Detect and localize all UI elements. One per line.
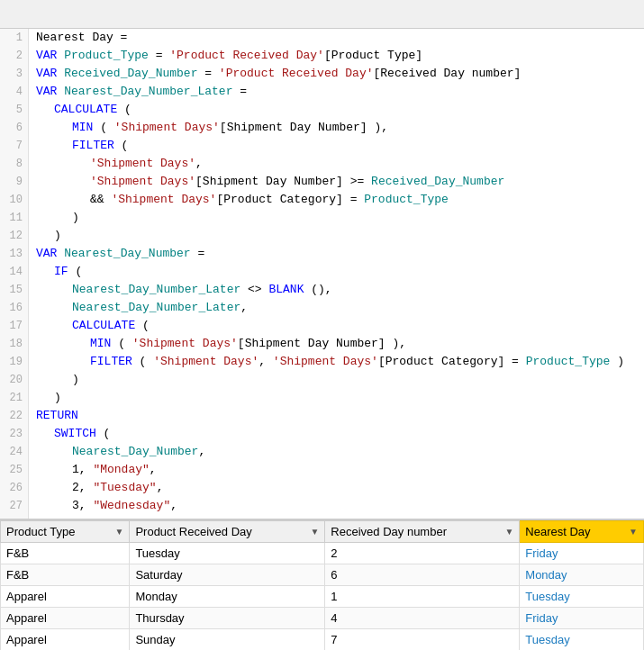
col-header-nearest_day[interactable]: Nearest Day▼	[520, 521, 644, 543]
line-number: 14	[0, 263, 28, 281]
filter-icon[interactable]: ▼	[629, 527, 638, 537]
code-line: )	[29, 227, 644, 245]
code-line: 3, "Wednesday",	[29, 497, 644, 515]
token-plain: )	[610, 355, 624, 368]
token-kw: CALCULATE	[54, 103, 117, 116]
token-kw: IF	[54, 265, 68, 278]
line-number: 19	[0, 353, 28, 371]
line-number: 23	[0, 425, 28, 443]
col-label-product_received_day: Product Received Day	[135, 525, 251, 538]
token-plain: (	[114, 139, 129, 152]
token-plain: &&	[90, 193, 111, 206]
token-plain: ,	[170, 499, 177, 512]
code-line: MIN ( 'Shipment Days'[Shipment Day Numbe…	[29, 335, 644, 353]
token-str: 'Shipment Days'	[114, 121, 220, 134]
code-line: 2, "Tuesday",	[29, 479, 644, 497]
token-plain: Received Day number	[380, 67, 513, 80]
token-ref: Nearest_Day_Number	[64, 247, 190, 260]
cancel-button[interactable]	[7, 5, 25, 23]
line-number: 15	[0, 281, 28, 299]
cell-nearest_day: Monday	[520, 564, 644, 586]
table-row: ApparelSunday7Tuesday	[1, 629, 644, 651]
code-line: RETURN	[29, 407, 644, 425]
cell-product_type: F&B	[1, 543, 130, 564]
token-plain: (	[68, 265, 83, 278]
token-plain: ,	[240, 301, 248, 314]
token-kw: RETURN	[36, 409, 78, 422]
col-label-product_type: Product Type	[6, 525, 75, 538]
token-ref: Nearest_Day_Number	[72, 445, 198, 458]
token-plain: [Product Category] =	[216, 193, 364, 206]
code-content[interactable]: Nearest Day =VAR Product_Type = 'Product…	[29, 29, 644, 519]
cell-received_day_number: 1	[325, 586, 520, 608]
cell-product_received_day: Saturday	[130, 564, 325, 586]
cell-product_received_day: Monday	[130, 586, 325, 608]
cell-product_received_day: Sunday	[130, 629, 325, 651]
token-plain: (),	[304, 283, 331, 296]
token-plain: =	[232, 85, 247, 98]
code-line: Nearest Day =	[29, 29, 644, 47]
cell-nearest_day: Tuesday	[520, 586, 644, 608]
cell-received_day_number: 6	[325, 564, 520, 586]
code-line: VAR Received_Day_Number = 'Product Recei…	[29, 65, 644, 83]
token-plain: [Product Category] =	[378, 355, 526, 368]
code-line: VAR Product_Type = 'Product Received Day…	[29, 47, 644, 65]
table-row: ApparelMonday1Tuesday	[1, 586, 644, 608]
token-plain: (	[132, 355, 153, 368]
cell-product_type: Apparel	[1, 608, 130, 629]
token-ref: Received_Day_Number	[371, 175, 504, 188]
cell-nearest_day: Tuesday	[520, 629, 644, 651]
token-ref: Product_Type	[526, 355, 611, 368]
code-line: CALCULATE (	[29, 101, 644, 119]
code-editor: 1234567891011121314151617181920212223242…	[0, 29, 644, 520]
confirm-button[interactable]	[32, 5, 50, 23]
line-number: 5	[0, 101, 28, 119]
line-number: 13	[0, 245, 28, 263]
col-header-product_type[interactable]: Product Type▼	[1, 521, 130, 543]
token-plain: ,	[150, 463, 157, 476]
line-number: 26	[0, 479, 28, 497]
line-numbers: 1234567891011121314151617181920212223242…	[0, 29, 29, 519]
line-number: 8	[0, 155, 28, 173]
token-plain: 2,	[72, 481, 93, 494]
line-number: 1	[0, 29, 28, 47]
toolbar	[0, 0, 644, 29]
filter-icon[interactable]: ▼	[310, 527, 319, 537]
token-kw: CALCULATE	[72, 319, 135, 332]
code-line: )	[29, 209, 644, 227]
col-header-received_day_number[interactable]: Received Day number▼	[325, 521, 520, 543]
token-plain: (	[93, 121, 113, 134]
code-line: )	[29, 371, 644, 389]
line-number: 4	[0, 83, 28, 101]
code-line: )	[29, 389, 644, 407]
cell-received_day_number: 7	[325, 629, 520, 651]
filter-icon[interactable]: ▼	[504, 527, 513, 537]
token-plain: ,	[259, 355, 273, 368]
token-ref: Nearest_Day_Number_Later	[72, 283, 240, 296]
line-number: 3	[0, 65, 28, 83]
filter-icon[interactable]: ▼	[115, 527, 124, 537]
token-str: "Wednesday"	[93, 499, 170, 512]
token-plain: =	[191, 247, 205, 260]
token-plain: (	[117, 103, 132, 116]
token-plain: [Shipment Day Number] ),	[220, 121, 388, 134]
line-number: 22	[0, 407, 28, 425]
line-number: 27	[0, 497, 28, 515]
token-plain: )	[54, 229, 61, 242]
token-plain: )	[54, 391, 61, 404]
token-ref: Nearest_Day_Number_Later	[64, 85, 232, 98]
token-ref: Product_Type	[364, 193, 449, 206]
token-plain: )	[72, 373, 79, 386]
line-number: 18	[0, 335, 28, 353]
code-line: Nearest_Day_Number_Later,	[29, 299, 644, 317]
token-kw: VAR	[36, 85, 57, 98]
line-number: 7	[0, 137, 28, 155]
col-header-product_received_day[interactable]: Product Received Day▼	[130, 521, 325, 543]
token-plain: Product Type	[331, 49, 416, 62]
cell-nearest_day: Friday	[520, 543, 644, 564]
token-str: 'Shipment Days'	[111, 193, 216, 206]
col-label-received_day_number: Received Day number	[331, 525, 447, 538]
line-number: 10	[0, 191, 28, 209]
code-line: FILTER (	[29, 137, 644, 155]
cell-product_received_day: Thursday	[130, 608, 325, 629]
